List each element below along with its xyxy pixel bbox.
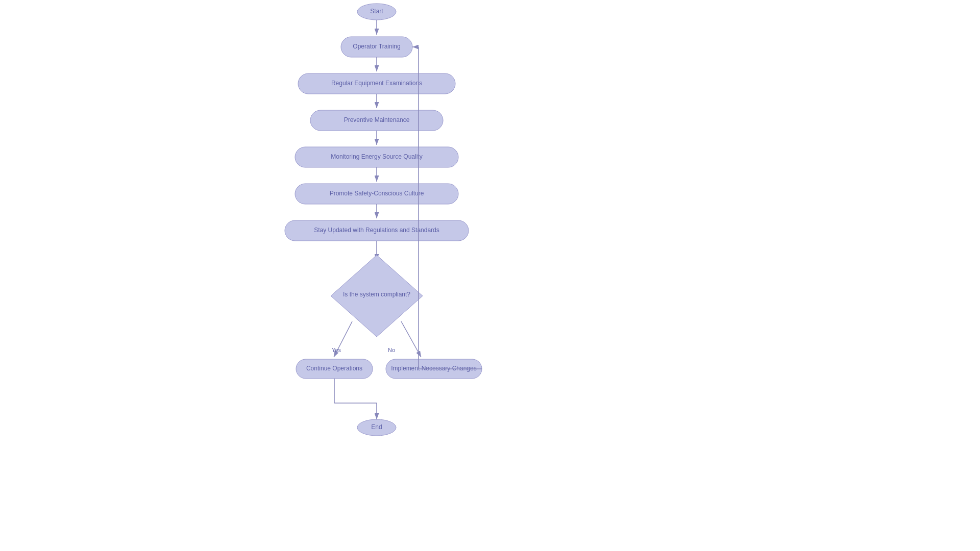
operator-training-label: Operator Training [353, 43, 400, 50]
promote-safety-label: Promote Safety-Conscious Culture [330, 190, 424, 197]
stay-updated-label: Stay Updated with Regulations and Standa… [314, 227, 439, 234]
continue-operations-label: Continue Operations [306, 365, 362, 372]
regular-equipment-label: Regular Equipment Examinations [331, 80, 422, 87]
no-label: No [388, 347, 395, 353]
yes-label: Yes [332, 347, 341, 353]
compliance-label: Is the system compliant? [343, 291, 410, 298]
flowchart-container: Start Operator Training Regular Equipmen… [0, 0, 980, 551]
arrow-no [401, 321, 421, 357]
preventive-maintenance-label: Preventive Maintenance [344, 116, 410, 123]
monitoring-energy-label: Monitoring Energy Source Quality [331, 153, 422, 160]
end-label: End [371, 423, 382, 431]
implement-changes-label: Implement Necessary Changes [391, 365, 476, 372]
start-label: Start [370, 8, 383, 15]
